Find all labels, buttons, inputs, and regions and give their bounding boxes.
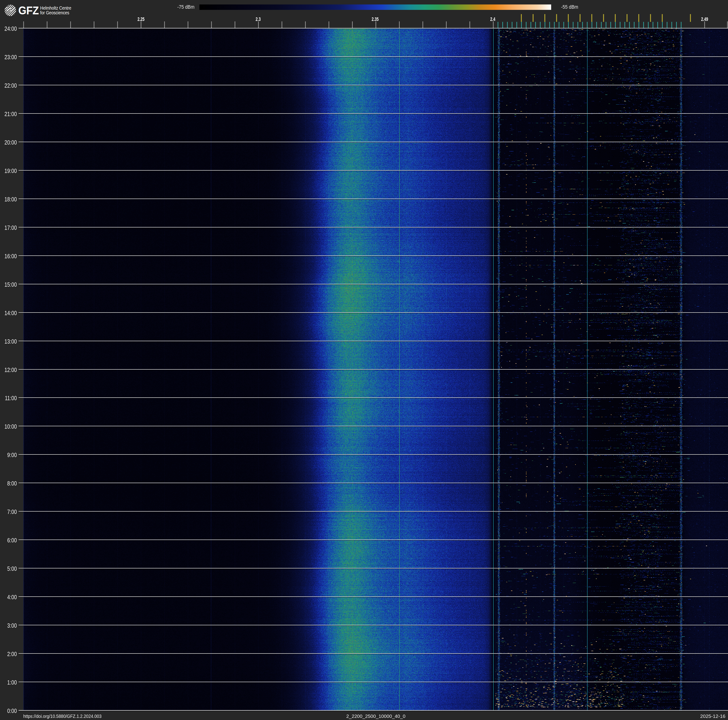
svg-text:GFZ: GFZ xyxy=(18,4,39,17)
svg-text:Helmholtz Centre: Helmholtz Centre xyxy=(40,5,71,11)
svg-text:for Geosciences: for Geosciences xyxy=(40,10,69,15)
